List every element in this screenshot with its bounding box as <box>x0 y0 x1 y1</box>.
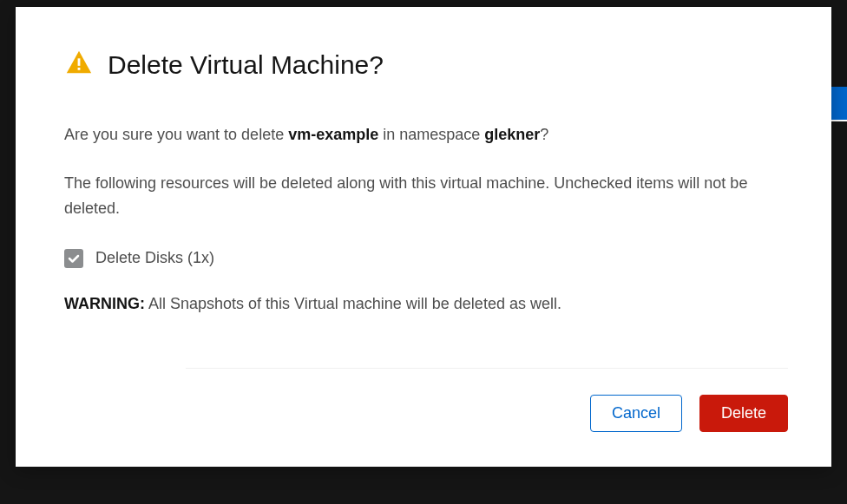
confirm-suffix: ? <box>540 126 548 143</box>
delete-vm-modal: Delete Virtual Machine? Are you sure you… <box>16 7 831 467</box>
modal-title: Delete Virtual Machine? <box>108 49 384 81</box>
modal-footer: Cancel Delete <box>186 368 788 432</box>
vm-name: vm-example <box>288 126 378 143</box>
svg-rect-0 <box>78 58 81 66</box>
warning-message: All Snapshots of this Virtual machine wi… <box>145 295 561 312</box>
delete-button[interactable]: Delete <box>699 395 788 432</box>
svg-rect-1 <box>78 68 81 70</box>
snapshot-warning: WARNING: All Snapshots of this Virtual m… <box>64 292 783 316</box>
delete-disks-label: Delete Disks (1x) <box>95 249 214 267</box>
confirm-mid: in namespace <box>378 126 484 143</box>
warning-label: WARNING: <box>64 295 145 312</box>
namespace-name: glekner <box>484 126 540 143</box>
delete-disks-checkbox-row: Delete Disks (1x) <box>64 249 783 268</box>
confirm-prefix: Are you sure you want to delete <box>64 126 288 143</box>
resources-description: The following resources will be deleted … <box>64 171 783 221</box>
modal-header: Delete Virtual Machine? <box>64 49 783 82</box>
backdrop-accent <box>830 87 847 121</box>
warning-icon <box>64 49 94 82</box>
checkmark-icon <box>67 252 81 265</box>
cancel-button[interactable]: Cancel <box>590 395 682 432</box>
delete-disks-checkbox[interactable] <box>64 249 83 268</box>
confirm-text: Are you sure you want to delete vm-examp… <box>64 123 783 147</box>
